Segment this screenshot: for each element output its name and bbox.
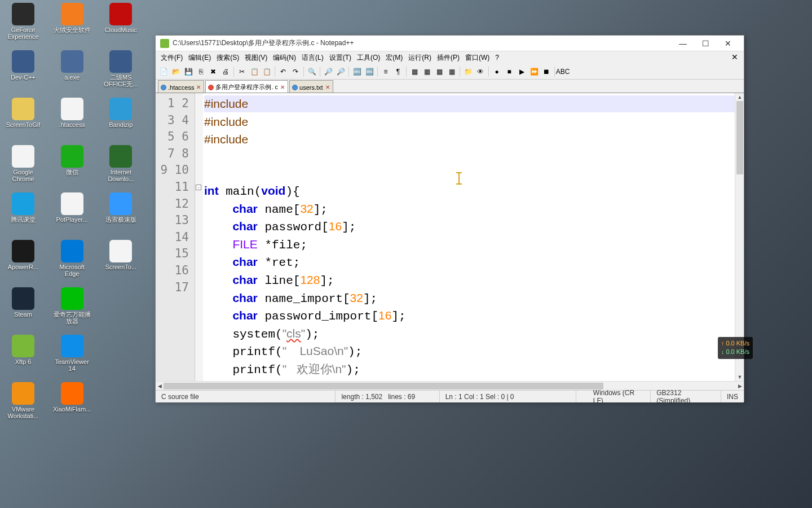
scroll-up-arrow-icon[interactable]: ▲ [735, 93, 744, 101]
maximize-button[interactable]: ☐ [694, 36, 717, 51]
desktop-icon[interactable]: .htaccess [52, 98, 92, 144]
menu-item[interactable]: 运行(R) [405, 52, 434, 64]
desktop-icon[interactable]: 腾讯课堂 [3, 192, 43, 239]
toolbar-button[interactable]: ⎘ [195, 66, 206, 77]
toolbar-button[interactable]: ✂ [236, 66, 248, 77]
desktop-icon[interactable]: ApowerR... [3, 240, 43, 286]
toolbar-button[interactable]: 🔎 [335, 66, 346, 77]
toolbar-button[interactable]: ↷ [290, 66, 301, 77]
desktop-icon[interactable]: ScreenTo... [100, 240, 141, 286]
fold-column[interactable]: - [195, 93, 203, 381]
menu-item[interactable]: 工具(O) [354, 52, 383, 64]
toolbar-button[interactable]: 🔍 [306, 66, 317, 77]
close-button[interactable]: ✕ [717, 36, 739, 51]
desktop-icon[interactable]: 火绒安全软件 [52, 3, 92, 49]
toolbar-button[interactable]: ▦ [409, 66, 420, 77]
menu-item[interactable]: 编码(N) [270, 52, 299, 64]
code-area[interactable]: #include #include #include int main(void… [203, 93, 744, 381]
toolbar-button[interactable]: ¶ [392, 66, 404, 77]
editor[interactable]: 1 2 3 4 5 6 7 8 9 10 11 12 13 14 15 16 1… [156, 93, 744, 381]
menu-item[interactable]: 语言(L) [299, 52, 326, 64]
desktop-icon[interactable]: VMware Workstati... [3, 382, 43, 428]
desktop-icon[interactable]: 二级MS OFFICE无... [100, 50, 141, 97]
desktop-icon[interactable]: Steam [3, 287, 43, 334]
netspeed-overlay: ↑ 0.0 KB/s ↓ 0.0 KB/s [718, 337, 753, 359]
desktop-icon[interactable]: TeamViewer 14 [52, 335, 92, 381]
desktop-icon[interactable]: PotPlayer... [52, 192, 92, 239]
scroll-left-arrow-icon[interactable]: ◀ [156, 382, 164, 391]
menu-item[interactable]: 搜索(S) [214, 52, 242, 64]
tab-close-icon[interactable]: ✕ [280, 85, 285, 90]
scroll-right-arrow-icon[interactable]: ▶ [736, 382, 744, 391]
desktop-icon[interactable]: Internet Downlo... [100, 145, 141, 191]
tab-close-icon[interactable]: ✕ [196, 85, 201, 90]
menu-item[interactable]: 编辑(E) [186, 52, 214, 64]
toolbar-button[interactable]: 🔤 [364, 66, 375, 77]
toolbar-button[interactable]: 📁 [462, 66, 474, 77]
toolbar-button[interactable]: ⏹ [541, 66, 552, 77]
menu-item[interactable]: 设置(T) [326, 52, 354, 64]
icon-label: Internet Downlo... [100, 169, 141, 182]
desktop-icon[interactable]: GeForce Experience [3, 3, 43, 49]
toolbar-button[interactable]: 👁 [475, 66, 486, 77]
toolbar-button[interactable]: 🔤 [351, 66, 363, 77]
file-tab[interactable]: .htaccess✕ [158, 80, 204, 93]
desktop-icon[interactable]: Google Chrome [3, 145, 43, 191]
toolbar-button[interactable]: ≡ [380, 66, 391, 77]
toolbar-button[interactable]: ✖ [208, 66, 219, 77]
toolbar-button[interactable]: ■ [504, 66, 515, 77]
desktop-icon[interactable]: ScreenToGif [3, 98, 43, 144]
toolbar-button[interactable]: 📋 [261, 66, 272, 77]
toolbar-button[interactable]: ↶ [277, 66, 289, 77]
desktop-icon[interactable]: 微信 [52, 145, 92, 191]
toolbar-separator [320, 67, 320, 77]
menu-item[interactable]: 宏(M) [383, 52, 405, 64]
fold-minus-icon[interactable]: - [196, 185, 201, 190]
toolbar-button[interactable]: ABC [557, 66, 568, 77]
app-icon [61, 145, 83, 168]
desktop-icon[interactable]: Dev-C++ [3, 50, 43, 97]
desktop-icon[interactable]: Bandizip [100, 98, 141, 144]
scroll-down-arrow-icon[interactable]: ▼ [735, 373, 744, 381]
menu-item[interactable]: 视图(V) [242, 52, 270, 64]
icon-label: VMware Workstati... [3, 406, 43, 419]
desktop-icon[interactable]: a.exe [52, 50, 92, 97]
desktop-icon[interactable]: 爱奇艺万能播放器 [52, 287, 92, 334]
toolbar-button[interactable]: 📂 [170, 66, 182, 77]
icon-label: Xftp 6 [15, 358, 32, 365]
icon-label: Microsoft Edge [52, 264, 92, 277]
menu-item[interactable]: 插件(P) [434, 52, 462, 64]
file-tab[interactable]: 多用户登录程序示例. c✕ [205, 80, 288, 93]
toolbar: 📄📂💾⎘✖🖨✂📋📋↶↷🔍🔎🔎🔤🔤≡¶▦▦▦▦📁👁●■▶⏩⏹ABC [156, 64, 744, 80]
toolbar-button[interactable]: ▦ [434, 66, 445, 77]
toolbar-button[interactable]: ▦ [421, 66, 433, 77]
desktop-icon[interactable]: Xftp 6 [3, 335, 43, 381]
vscroll-thumb[interactable] [736, 101, 743, 174]
file-tab[interactable]: users.txt✕ [289, 80, 333, 93]
toolbar-button[interactable]: 🔎 [323, 66, 334, 77]
toolbar-button[interactable]: 💾 [183, 66, 194, 77]
toolbar-button[interactable]: ▶ [516, 66, 527, 77]
titlebar[interactable]: C:\Users\15771\Desktop\多用户登录程序示例.c - Not… [156, 36, 744, 51]
toolbar-button[interactable]: ▦ [446, 66, 457, 77]
menu-item[interactable]: 文件(F) [158, 52, 186, 64]
desktop-icon[interactable]: XiaoMiFlam... [52, 382, 92, 428]
toolbar-button[interactable]: ⏩ [528, 66, 540, 77]
desktop-icon[interactable]: Microsoft Edge [52, 240, 92, 286]
hscroll-thumb[interactable] [164, 383, 603, 389]
toolbar-button[interactable]: ● [491, 66, 502, 77]
toolbar-button[interactable]: 🖨 [220, 66, 231, 77]
menu-item[interactable]: 窗口(W) [462, 52, 492, 64]
app-icon [12, 145, 34, 168]
toolbar-button[interactable]: 📋 [249, 66, 260, 77]
menu-item[interactable]: ? [492, 52, 502, 63]
menubar: 文件(F)编辑(E)搜索(S)视图(V)编码(N)语言(L)设置(T)工具(O)… [156, 51, 744, 64]
desktop-icon[interactable]: CloudMusic [100, 3, 141, 49]
toolbar-button[interactable]: 📄 [158, 66, 169, 77]
minimize-button[interactable]: — [672, 36, 694, 51]
tab-close-icon[interactable]: ✕ [325, 85, 330, 90]
menubar-close-button[interactable]: ✕ [729, 52, 740, 62]
horizontal-scrollbar[interactable]: ◀ ▶ [156, 381, 744, 390]
toolbar-separator [233, 67, 234, 77]
desktop-icon[interactable]: 迅雷极速版 [100, 192, 141, 239]
